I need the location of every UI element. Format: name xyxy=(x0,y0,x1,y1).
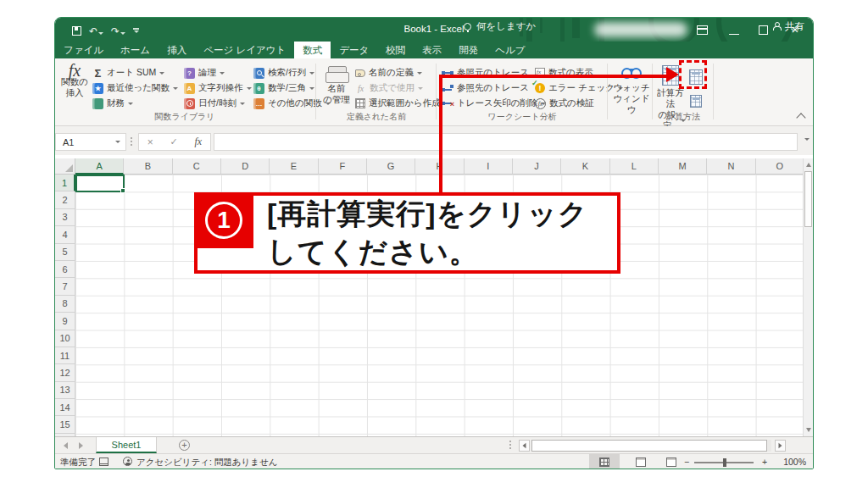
tab-data[interactable]: データ xyxy=(331,42,377,58)
row-header[interactable]: 4 xyxy=(55,226,75,243)
horizontal-scrollbar[interactable] xyxy=(531,440,771,452)
column-header[interactable]: B xyxy=(124,158,172,175)
vertical-scroll-thumb[interactable] xyxy=(804,171,812,227)
row-header[interactable]: 9 xyxy=(55,313,75,330)
row-header[interactable]: 2 xyxy=(55,191,75,208)
name-box[interactable]: A1 xyxy=(55,133,126,151)
selected-cell-a1[interactable] xyxy=(75,175,125,192)
define-name-button[interactable]: 名前の定義 xyxy=(355,65,422,80)
row-header[interactable]: 14 xyxy=(55,399,75,416)
column-header[interactable]: J xyxy=(513,158,561,175)
accessibility-icon[interactable] xyxy=(123,457,132,466)
autosum-button[interactable]: Σ オート SUM xyxy=(92,65,164,80)
column-header[interactable]: M xyxy=(659,158,707,175)
insert-function-icon[interactable]: fx xyxy=(194,136,202,148)
tab-review[interactable]: 校閲 xyxy=(377,42,414,58)
tab-formulas[interactable]: 数式 xyxy=(294,42,331,58)
zoom-level[interactable]: 100% xyxy=(776,457,806,467)
column-header[interactable]: D xyxy=(221,158,270,175)
date-time-button[interactable]: 日付/時刻 xyxy=(184,96,245,111)
use-in-formula-icon: fx xyxy=(355,84,366,93)
column-header[interactable]: C xyxy=(173,158,221,175)
text-functions-button[interactable]: A 文字列操作 xyxy=(184,80,252,96)
scroll-down-icon[interactable] xyxy=(806,428,811,432)
group-defined-names: 定義された名前 xyxy=(318,111,435,123)
calculate-sheet-button[interactable] xyxy=(686,92,706,109)
sheet-nav-right-icon[interactable] xyxy=(79,442,83,449)
evaluate-formula-button[interactable]: fx 数式の検証 xyxy=(535,96,594,111)
column-header[interactable]: K xyxy=(561,158,609,175)
sheet-tab-sheet1[interactable]: Sheet1 xyxy=(96,437,157,453)
tab-page-layout[interactable]: ページ レイアウト xyxy=(195,42,294,58)
row-header[interactable]: 12 xyxy=(55,364,75,381)
recently-used-button[interactable]: ★ 最近使った関数 xyxy=(92,80,178,96)
tab-file[interactable]: ファイル xyxy=(55,42,112,58)
tell-me-search[interactable]: 何をしますか xyxy=(464,18,536,35)
sheet-nav-left-icon[interactable] xyxy=(64,442,68,449)
share-button[interactable]: 共有 xyxy=(773,18,804,35)
tab-help[interactable]: ヘルプ xyxy=(487,42,533,58)
ribbon-display-options-icon[interactable] xyxy=(697,25,708,35)
enter-icon[interactable]: ✓ xyxy=(170,136,178,147)
row-header[interactable]: 11 xyxy=(55,347,75,364)
tab-scroll-splitter[interactable] xyxy=(509,441,511,450)
math-trig-button[interactable]: θ 数学/三角 xyxy=(253,80,314,96)
scroll-up-icon[interactable] xyxy=(806,163,811,167)
page-break-view-button[interactable] xyxy=(659,454,684,469)
cancel-icon[interactable]: × xyxy=(147,136,153,148)
row-header[interactable]: 13 xyxy=(55,382,75,399)
use-in-formula-button[interactable]: fx 数式で使用 xyxy=(355,80,423,96)
tab-developer[interactable]: 開発 xyxy=(450,42,487,58)
row-header[interactable]: 15 xyxy=(55,416,75,433)
zoom-slider-thumb[interactable] xyxy=(723,458,726,467)
row-header[interactable]: 5 xyxy=(55,244,75,261)
row-header[interactable]: 3 xyxy=(55,209,75,226)
create-from-selection-button[interactable]: 選択範囲から作成 xyxy=(355,96,441,111)
tab-insert[interactable]: 挿入 xyxy=(159,42,195,58)
tab-home[interactable]: ホーム xyxy=(112,42,159,58)
column-header[interactable]: N xyxy=(707,158,755,175)
select-all-corner[interactable] xyxy=(55,158,75,175)
chevron-down-icon[interactable] xyxy=(115,141,120,143)
maximize-button[interactable] xyxy=(759,25,768,35)
show-formulas-button[interactable]: fx 数式の表示 xyxy=(535,65,593,80)
scroll-right-button[interactable] xyxy=(775,440,786,452)
column-header[interactable]: E xyxy=(270,158,318,175)
collapse-ribbon-button[interactable] xyxy=(796,113,805,122)
error-checking-button[interactable]: ! エラー チェック xyxy=(535,80,623,96)
trace-precedents-button[interactable]: 参照元のトレース xyxy=(442,65,529,80)
financial-button[interactable]: 財務 xyxy=(92,96,133,111)
column-header[interactable]: A xyxy=(75,158,124,175)
column-header[interactable]: L xyxy=(610,158,659,175)
vertical-scrollbar[interactable] xyxy=(803,158,813,436)
horizontal-scroll-thumb[interactable] xyxy=(531,440,767,452)
logical-button[interactable]: ? 論理 xyxy=(184,65,225,80)
formula-input[interactable] xyxy=(214,133,798,151)
row-header[interactable]: 6 xyxy=(55,261,75,278)
column-header[interactable]: I xyxy=(465,158,513,175)
remove-arrows-button[interactable]: × トレース矢印の削除 xyxy=(442,96,546,111)
row-header[interactable]: 8 xyxy=(55,296,75,313)
column-header[interactable]: F xyxy=(319,158,367,175)
add-sheet-button[interactable]: + xyxy=(179,440,190,451)
row-header[interactable]: 7 xyxy=(55,278,75,295)
insert-function-button[interactable]: fx 関数の 挿入 xyxy=(58,65,91,98)
column-header[interactable]: O xyxy=(756,158,804,175)
scroll-left-button[interactable] xyxy=(519,440,530,452)
trace-dependents-button[interactable]: 参照先のトレース xyxy=(442,80,529,96)
macro-record-icon[interactable] xyxy=(99,458,108,466)
tab-view[interactable]: 表示 xyxy=(414,42,450,58)
name-manager-button[interactable]: 名前 の管理 xyxy=(320,64,353,105)
name-box-resizer[interactable] xyxy=(131,137,132,147)
normal-view-button[interactable] xyxy=(589,454,620,469)
zoom-out-button[interactable]: − xyxy=(684,457,689,467)
lookup-reference-button[interactable]: 検索/行列 xyxy=(253,65,314,80)
minimize-button[interactable] xyxy=(729,34,739,35)
row-header[interactable]: 1 xyxy=(55,175,75,191)
page-layout-view-button[interactable] xyxy=(628,454,654,469)
expand-formula-bar-icon[interactable] xyxy=(804,138,810,141)
accessibility-status[interactable]: アクセシビリティ: 問題ありません xyxy=(136,457,278,469)
column-header[interactable]: G xyxy=(367,158,415,175)
row-header[interactable]: 10 xyxy=(55,330,75,347)
zoom-in-button[interactable]: + xyxy=(762,457,767,467)
